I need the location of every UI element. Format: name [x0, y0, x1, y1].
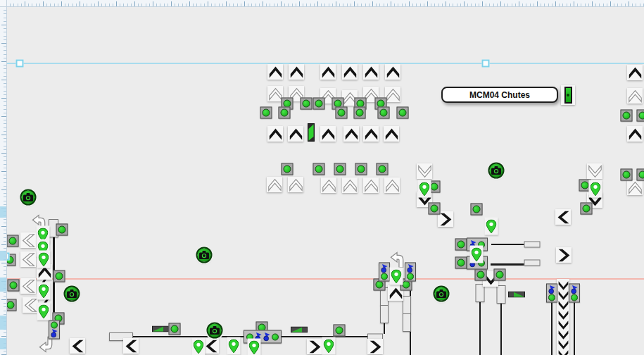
camera-icon[interactable] — [207, 323, 223, 339]
flow-wedge-indicator[interactable] — [152, 326, 169, 332]
chevron-right-icon[interactable] — [556, 247, 572, 263]
location-pin-icon[interactable] — [589, 180, 602, 198]
camera-icon[interactable] — [434, 286, 450, 302]
status-led[interactable] — [53, 270, 65, 282]
selection-handle[interactable] — [482, 60, 490, 68]
conveyor-segment[interactable] — [524, 260, 541, 266]
chevron-right-icon[interactable] — [367, 339, 383, 354]
chevron-down-white-icon[interactable] — [417, 163, 432, 179]
location-pin-icon[interactable] — [485, 218, 498, 235]
chevron-up-icon[interactable] — [267, 64, 283, 80]
status-led[interactable] — [313, 98, 325, 110]
status-led[interactable] — [336, 107, 348, 119]
gate-slider-indicator[interactable] — [308, 123, 315, 142]
location-pin-icon[interactable] — [390, 268, 403, 285]
status-led[interactable] — [334, 163, 346, 175]
chevron-up-white-icon[interactable] — [288, 177, 303, 192]
chevron-left-icon[interactable] — [123, 338, 139, 354]
chevron-up-icon[interactable] — [288, 126, 303, 142]
conveyor-segment[interactable] — [524, 242, 541, 248]
conveyor-segment[interactable] — [497, 285, 506, 304]
status-led[interactable] — [334, 325, 346, 337]
status-led[interactable] — [355, 163, 367, 175]
chevron-up-icon[interactable] — [627, 126, 643, 142]
chevron-up-icon[interactable] — [385, 64, 400, 80]
status-led[interactable] — [397, 107, 409, 119]
status-led[interactable] — [637, 110, 644, 122]
chevron-up-white-icon[interactable] — [321, 178, 336, 193]
camera-icon[interactable] — [64, 286, 80, 302]
chevron-up-icon[interactable] — [320, 126, 336, 142]
status-led[interactable] — [548, 294, 555, 301]
flow-wedge-indicator[interactable] — [291, 327, 308, 333]
location-pin-icon[interactable] — [248, 339, 261, 355]
status-led[interactable] — [8, 280, 20, 292]
flow-wedge-indicator[interactable] — [508, 292, 525, 298]
chevron-left-icon[interactable] — [555, 209, 571, 225]
location-pin-icon[interactable] — [37, 251, 51, 268]
chute-label[interactable]: MCM04 Chutes — [441, 87, 558, 103]
chevron-up-icon[interactable] — [267, 126, 283, 142]
ruler-vertical[interactable] — [0, 0, 7, 355]
status-led[interactable] — [621, 169, 633, 181]
status-led[interactable] — [354, 107, 366, 119]
chevron-left-icon[interactable] — [70, 338, 85, 354]
chute-flow-stack[interactable] — [557, 279, 569, 355]
chevron-up-white-icon[interactable] — [342, 178, 358, 193]
status-led[interactable] — [471, 204, 483, 216]
chevron-left-white-icon[interactable] — [20, 278, 36, 294]
status-led[interactable] — [282, 163, 293, 175]
status-led[interactable] — [381, 273, 388, 280]
chevron-up-white-icon[interactable] — [363, 178, 379, 193]
chevron-up-white-icon[interactable] — [384, 178, 400, 193]
status-led[interactable] — [455, 257, 467, 269]
status-led[interactable] — [494, 269, 506, 281]
chevron-up-icon[interactable] — [363, 64, 379, 80]
chevron-up-icon[interactable] — [289, 64, 304, 80]
chevron-up-white-icon[interactable] — [627, 88, 643, 104]
chevron-left-white-icon[interactable] — [23, 297, 38, 313]
conveyor-segment[interactable] — [403, 296, 411, 314]
chevron-up-white-icon[interactable] — [267, 177, 282, 192]
conveyor-segment[interactable] — [380, 305, 389, 323]
door-indicator[interactable] — [561, 85, 575, 105]
location-pin-icon[interactable] — [227, 337, 241, 355]
device-status-box[interactable] — [569, 284, 580, 303]
status-led[interactable] — [301, 98, 312, 110]
status-led[interactable] — [407, 273, 414, 280]
conveyor-segment[interactable] — [403, 313, 411, 332]
chevron-up-icon[interactable] — [363, 126, 379, 142]
status-led[interactable] — [429, 203, 441, 215]
device-status-box[interactable] — [49, 320, 60, 340]
status-led[interactable] — [475, 269, 487, 281]
camera-icon[interactable] — [488, 163, 505, 179]
location-pin-icon[interactable] — [192, 338, 206, 355]
status-led[interactable] — [51, 321, 58, 328]
camera-icon[interactable] — [20, 189, 37, 206]
status-led[interactable] — [637, 169, 644, 181]
chevron-left-icon[interactable] — [203, 338, 219, 354]
chevron-up-icon[interactable] — [342, 64, 358, 80]
status-led[interactable] — [621, 110, 633, 122]
location-pin-icon[interactable] — [37, 282, 51, 300]
chevron-left-white-icon[interactable] — [20, 251, 36, 267]
location-pin-icon[interactable] — [322, 337, 336, 355]
chevron-up-icon[interactable] — [384, 126, 399, 142]
chevron-up-icon[interactable] — [627, 65, 643, 80]
status-led[interactable] — [377, 163, 389, 175]
status-led[interactable] — [378, 107, 390, 119]
status-led[interactable] — [455, 239, 467, 251]
chevron-up-icon[interactable] — [343, 126, 359, 142]
chevron-up-white-icon[interactable] — [627, 180, 643, 195]
location-pin-icon[interactable] — [418, 180, 431, 198]
status-led[interactable] — [7, 235, 19, 247]
selection-handle[interactable] — [16, 60, 24, 68]
status-led[interactable] — [169, 323, 181, 335]
ruler-horizontal[interactable] — [0, 0, 644, 7]
chevron-down-white-icon[interactable] — [587, 163, 602, 179]
status-led[interactable] — [571, 294, 578, 301]
status-led[interactable] — [260, 107, 272, 119]
location-pin-icon[interactable] — [470, 246, 484, 263]
status-led[interactable] — [272, 333, 279, 340]
chevron-left-white-icon[interactable] — [20, 232, 36, 248]
